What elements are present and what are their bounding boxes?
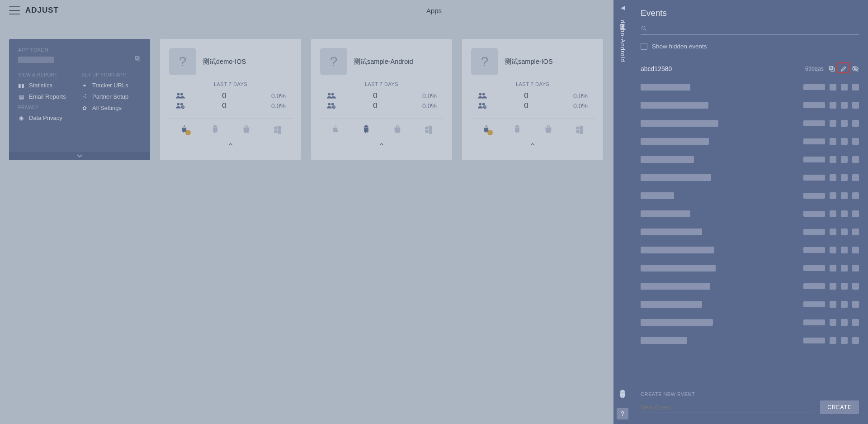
menu-toggle[interactable]: [9, 6, 20, 14]
menu-tracker-urls[interactable]: ⚭Tracker URLs: [81, 82, 141, 89]
event-name-redacted: [641, 192, 674, 199]
action-redacted: [830, 102, 836, 109]
apple-platform-icon: [179, 124, 189, 134]
action-redacted: [830, 120, 836, 127]
bar-chart-icon: ▮▮: [18, 82, 24, 89]
svg-point-17: [482, 103, 485, 105]
action-redacted: [830, 229, 836, 235]
app-card[interactable]: ? 测试demo-IOS LAST 7 DAYS 0 0.0% $ 0 0.0%: [160, 39, 301, 160]
help-button[interactable]: ?: [617, 408, 628, 419]
event-row[interactable]: [641, 259, 859, 277]
action-redacted: [852, 138, 859, 145]
stats-period-label: LAST 7 DAYS: [462, 81, 603, 87]
installs-icon: [175, 92, 187, 100]
revenue-pct: 0.0%: [412, 102, 437, 110]
event-row[interactable]: [641, 168, 859, 186]
menu-all-settings[interactable]: ✿All Settings: [81, 105, 141, 111]
menu-partner-setup[interactable]: ⠪Partner Setup: [81, 93, 141, 100]
event-token-redacted: [803, 229, 825, 235]
collapse-arrow-icon[interactable]: ◀: [621, 5, 625, 11]
android-platform-icon: [210, 124, 220, 134]
android-icon: [618, 390, 627, 399]
event-name-redacted: [641, 84, 690, 91]
event-row[interactable]: abcd12580 69bqas: [641, 60, 859, 78]
action-redacted: [852, 156, 859, 163]
new-event-input[interactable]: [641, 402, 813, 413]
event-row[interactable]: [641, 205, 859, 223]
action-redacted: [841, 265, 848, 272]
event-row[interactable]: [641, 78, 859, 96]
action-redacted: [830, 301, 836, 308]
revenue-pct: 0.0%: [563, 102, 588, 110]
event-name-redacted: [641, 174, 711, 181]
event-name-redacted: [641, 156, 694, 163]
edit-icon[interactable]: [840, 65, 847, 72]
app-card[interactable]: ? 测试sample-Android LAST 7 DAYS 0 0.0% $ …: [311, 39, 452, 160]
event-row[interactable]: [641, 114, 859, 132]
installs-value: 0: [338, 91, 412, 100]
event-row[interactable]: [641, 313, 859, 331]
svg-point-9: [331, 93, 334, 95]
event-row[interactable]: [641, 331, 859, 349]
expand-card-button[interactable]: [311, 140, 452, 148]
event-row[interactable]: [641, 223, 859, 241]
menu-data-privacy[interactable]: ◉Data Privacy: [18, 114, 78, 121]
event-row[interactable]: [641, 96, 859, 114]
warning-badge-icon: [487, 130, 493, 135]
action-redacted: [841, 174, 848, 181]
app-token-value: [18, 57, 54, 63]
event-name-redacted: [641, 210, 690, 217]
event-row[interactable]: [641, 132, 859, 150]
selected-app-card: APP TOKEN VIEW & REPORT ▮▮Statistics ▤Em…: [9, 39, 150, 160]
event-row[interactable]: [641, 241, 859, 259]
action-redacted: [830, 265, 836, 272]
svg-point-10: [328, 103, 331, 105]
show-hidden-checkbox[interactable]: Show hidden events: [641, 43, 859, 50]
event-token-redacted: [803, 138, 825, 144]
events-search[interactable]: [641, 24, 859, 35]
revenue-icon: $: [175, 102, 187, 110]
event-token-redacted: [803, 211, 825, 217]
revenue-value: 0: [338, 101, 412, 110]
svg-point-4: [177, 103, 180, 105]
create-event-button[interactable]: CREATE: [820, 400, 859, 414]
event-name-redacted: [641, 138, 709, 145]
action-redacted: [852, 102, 859, 109]
revenue-icon: $: [326, 102, 338, 110]
menu-statistics[interactable]: ▮▮Statistics: [18, 82, 78, 89]
hide-icon[interactable]: [852, 65, 859, 72]
event-row[interactable]: [641, 295, 859, 313]
warning-badge-icon: [185, 130, 191, 135]
svg-point-8: [328, 93, 331, 95]
event-row[interactable]: [641, 277, 859, 295]
expand-card-button[interactable]: [462, 140, 603, 148]
collapse-card-button[interactable]: [9, 152, 150, 160]
action-redacted: [841, 210, 848, 217]
event-row[interactable]: [641, 150, 859, 168]
action-redacted: [830, 138, 836, 145]
menu-email-reports[interactable]: ▤Email Reports: [18, 93, 78, 100]
installs-value: 0: [187, 91, 261, 100]
copy-icon[interactable]: [828, 65, 835, 72]
svg-point-5: [180, 103, 183, 105]
event-name-redacted: [641, 247, 714, 253]
action-redacted: [841, 102, 848, 109]
copy-icon[interactable]: [134, 55, 141, 64]
stats-period-label: LAST 7 DAYS: [160, 81, 301, 87]
app-card[interactable]: ? 测试sample-IOS LAST 7 DAYS 0 0.0% $ 0 0.…: [462, 39, 603, 160]
installs-value: 0: [489, 91, 563, 100]
events-search-input[interactable]: [651, 24, 859, 32]
svg-point-16: [479, 103, 482, 105]
view-report-heading: VIEW & REPORT: [18, 72, 78, 77]
action-redacted: [841, 229, 848, 235]
event-row[interactable]: [641, 186, 859, 205]
event-name-redacted: [641, 229, 702, 235]
action-redacted: [841, 120, 848, 127]
events-collapse-tab: ◀ 测试demo-Android ?: [613, 0, 632, 424]
expand-card-button[interactable]: [160, 140, 301, 148]
event-token-redacted: [803, 247, 825, 253]
app-icon-placeholder: ?: [471, 48, 498, 75]
svg-point-15: [482, 93, 485, 95]
event-name-redacted: [641, 337, 687, 344]
action-redacted: [841, 319, 848, 326]
